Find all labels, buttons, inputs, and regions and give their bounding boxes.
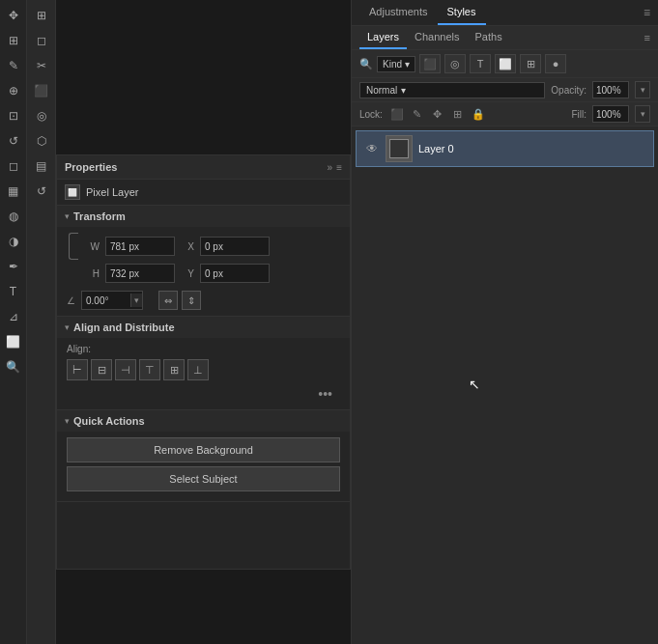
filter-on-btn[interactable]: ● xyxy=(545,54,566,73)
top-tabs-left: Adjustments Styles xyxy=(359,0,486,25)
tool-clone[interactable]: ⊡ xyxy=(2,104,25,127)
quick-actions-section: ▾ Quick Actions Remove Background Select… xyxy=(57,410,350,502)
transform-h-row: H Y xyxy=(67,264,340,283)
w-label: W xyxy=(86,241,100,252)
align-right-btn[interactable]: ⊣ xyxy=(115,359,136,380)
tool-layer-comp[interactable]: ⬛ xyxy=(30,79,53,102)
tool-properties[interactable]: ⊞ xyxy=(30,4,53,27)
opacity-dropdown[interactable]: ▾ xyxy=(635,81,650,98)
flip-horizontal-btn[interactable]: ⇔ xyxy=(158,291,178,310)
tab-paths[interactable]: Paths xyxy=(468,26,510,49)
transform-header[interactable]: ▾ Transform xyxy=(57,206,350,227)
tool-pen[interactable]: ✒ xyxy=(2,255,25,278)
tool-heal[interactable]: ⊕ xyxy=(2,79,25,102)
angle-input[interactable] xyxy=(82,294,130,308)
filter-search-icon: 🔍 xyxy=(359,58,373,70)
lock-btn[interactable]: 🔒 xyxy=(470,105,487,123)
pixel-layer-row: ⬜ Pixel Layer xyxy=(57,180,350,206)
filter-kind-dropdown[interactable]: Kind ▾ xyxy=(377,56,415,72)
align-chevron: ▾ xyxy=(65,322,70,332)
more-button[interactable]: ••• xyxy=(310,384,340,404)
transform-chevron: ▾ xyxy=(65,211,70,221)
fill-input[interactable] xyxy=(592,105,629,123)
align-top-btn[interactable]: ⊤ xyxy=(139,359,160,380)
remove-background-button[interactable]: Remove Background xyxy=(67,437,340,462)
tool-select[interactable]: ◻ xyxy=(30,29,53,52)
quick-actions-header[interactable]: ▾ Quick Actions xyxy=(57,410,350,432)
align-center-h-btn[interactable]: ⊟ xyxy=(91,359,112,380)
layers-tabs: Layers Channels Paths ≡ xyxy=(352,26,658,50)
filter-pixel-btn[interactable]: ⬛ xyxy=(419,54,441,73)
top-tabs: Adjustments Styles ≡ xyxy=(352,0,658,26)
lock-all-btn[interactable]: ⬛ xyxy=(388,105,406,123)
tool-retouch[interactable]: ✂ xyxy=(30,54,53,77)
select-subject-button[interactable]: Select Subject xyxy=(67,466,340,491)
tool-zoom[interactable]: 🔍 xyxy=(2,355,25,378)
tool-path[interactable]: ⊿ xyxy=(2,305,25,328)
align-left-btn[interactable]: ⊢ xyxy=(67,359,88,380)
layer-row[interactable]: 👁 Layer 0 xyxy=(356,130,654,167)
layers-menu-icon[interactable]: ≡ xyxy=(644,32,650,43)
flip-vertical-btn[interactable]: ⇕ xyxy=(182,291,201,310)
panel-expand-icon[interactable]: » xyxy=(328,162,333,173)
tab-adjustments[interactable]: Adjustments xyxy=(359,0,438,25)
lock-label: Lock: xyxy=(359,109,383,120)
filter-adj-btn[interactable]: ◎ xyxy=(444,54,466,73)
lock-move-btn[interactable]: ✥ xyxy=(429,105,446,123)
filter-type-btn[interactable]: T xyxy=(470,54,491,73)
filter-shape-btn[interactable]: ⬜ xyxy=(495,54,516,73)
angle-dropdown[interactable]: ▾ xyxy=(130,294,142,307)
tool-gradient[interactable]: ▦ xyxy=(2,180,25,203)
panel-title: Properties xyxy=(65,161,117,173)
transform-title: Transform xyxy=(73,210,126,222)
layer-thumbnail xyxy=(386,135,413,162)
align-label: Align: xyxy=(67,344,340,354)
opacity-label: Opacity: xyxy=(551,85,586,96)
lock-artboard-btn[interactable]: ⊞ xyxy=(449,105,467,123)
align-center-v-btn[interactable]: ⊞ xyxy=(163,359,185,380)
flip-icons: ⇔ ⇕ xyxy=(158,291,201,310)
quick-actions-chevron: ▾ xyxy=(65,416,70,426)
tool-shape[interactable]: ⬜ xyxy=(2,330,25,353)
tool-blur[interactable]: ◍ xyxy=(2,205,25,228)
align-content: Align: ⊢ ⊟ ⊣ ⊤ ⊞ ⊥ ••• xyxy=(57,338,350,409)
y-input[interactable] xyxy=(200,264,270,283)
fill-dropdown[interactable]: ▾ xyxy=(635,105,650,123)
tool-eraser[interactable]: ◻ xyxy=(2,154,25,178)
tool-move[interactable]: ✥ xyxy=(2,4,25,27)
tab-styles[interactable]: Styles xyxy=(438,0,486,25)
tool-history[interactable]: ↺ xyxy=(2,129,25,153)
tool-info[interactable]: ↺ xyxy=(30,180,53,203)
opacity-input[interactable] xyxy=(592,81,629,98)
tool-type[interactable]: T xyxy=(2,280,25,303)
filter-smartobj-btn[interactable]: ⊞ xyxy=(520,54,541,73)
tab-channels[interactable]: Channels xyxy=(407,26,467,49)
filter-bar: 🔍 Kind ▾ ⬛ ◎ T ⬜ ⊞ ● xyxy=(352,50,658,78)
transform-link[interactable] xyxy=(67,233,80,260)
w-input[interactable] xyxy=(105,237,175,256)
tool-artboard[interactable]: ⊞ xyxy=(2,29,25,52)
tool-histogram[interactable]: ▤ xyxy=(30,154,53,178)
panel-menu-icon[interactable]: ≡ xyxy=(336,162,342,173)
tool-dodge[interactable]: ◑ xyxy=(2,230,25,253)
tool-3d[interactable]: ⬡ xyxy=(30,129,53,153)
align-bottom-btn[interactable]: ⊥ xyxy=(187,359,209,380)
blend-mode-dropdown[interactable]: Normal ▾ xyxy=(359,82,545,98)
align-buttons-row: ⊢ ⊟ ⊣ ⊤ ⊞ ⊥ xyxy=(67,359,340,380)
transform-wh-row: W X xyxy=(67,233,340,260)
x-label: X xyxy=(181,241,194,252)
y-label: Y xyxy=(181,268,194,279)
align-header[interactable]: ▾ Align and Distribute xyxy=(57,317,350,338)
x-input[interactable] xyxy=(200,237,270,256)
transform-angle-row: ∠ ▾ ⇔ ⇕ xyxy=(57,289,350,316)
link-icon xyxy=(69,233,78,260)
layer-visibility-icon[interactable]: 👁 xyxy=(364,142,380,155)
tab-layers[interactable]: Layers xyxy=(359,26,407,49)
tool-filter[interactable]: ◎ xyxy=(30,104,53,127)
blend-mode-arrow: ▾ xyxy=(401,85,406,96)
h-input[interactable] xyxy=(105,264,175,283)
top-tabs-menu-icon[interactable]: ≡ xyxy=(644,6,650,19)
tool-brush[interactable]: ✎ xyxy=(2,54,25,77)
lock-draw-btn[interactable]: ✎ xyxy=(409,105,426,123)
properties-panel: Properties » ≡ ⬜ Pixel Layer ▾ Transform… xyxy=(56,154,351,570)
